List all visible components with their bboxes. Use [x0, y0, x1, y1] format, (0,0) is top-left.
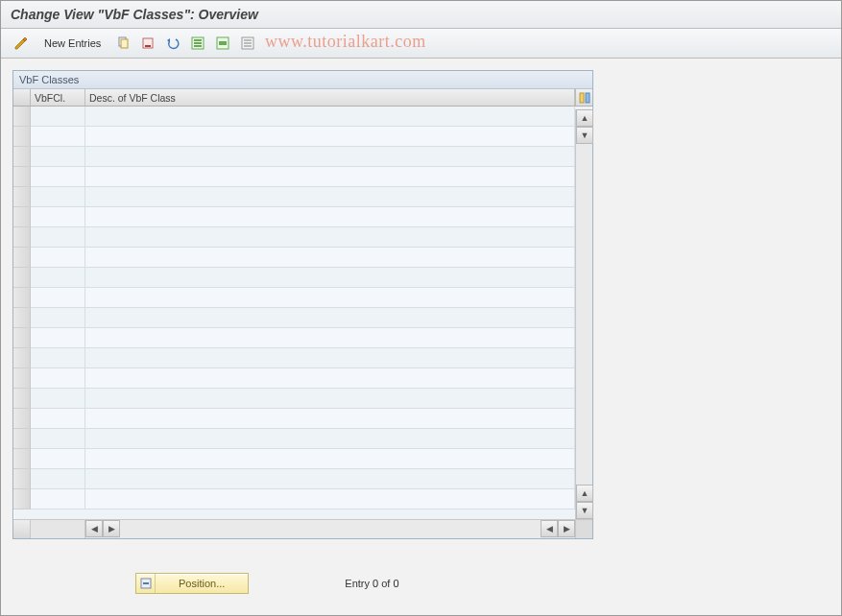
hscroll-corner-right: [575, 520, 592, 538]
scroll-right-inner-button[interactable]: ▶: [103, 520, 120, 537]
cell-vbfcl[interactable]: [31, 328, 85, 348]
cell-vbfcl[interactable]: [31, 368, 85, 389]
cell-desc[interactable]: [85, 187, 575, 207]
cell-vbfcl[interactable]: [31, 429, 85, 449]
scroll-left-button[interactable]: ◀: [85, 520, 103, 537]
table-row: [13, 227, 592, 248]
cell-vbfcl[interactable]: [31, 489, 85, 509]
vscroll-track[interactable]: [576, 144, 592, 485]
cell-vbfcl[interactable]: [31, 167, 85, 187]
cell-desc[interactable]: [85, 207, 575, 227]
scroll-down-button[interactable]: ▼: [576, 502, 593, 519]
cell-desc[interactable]: [85, 127, 575, 147]
row-selector[interactable]: [13, 308, 31, 328]
cell-desc[interactable]: [85, 328, 575, 348]
cell-desc[interactable]: [85, 409, 575, 429]
copy-as-button[interactable]: [111, 33, 134, 54]
row-selector[interactable]: [13, 167, 31, 187]
cell-vbfcl[interactable]: [31, 449, 85, 469]
cell-desc[interactable]: [85, 268, 575, 288]
select-block-button[interactable]: [211, 33, 234, 54]
svg-rect-5: [194, 39, 202, 41]
table-row: [13, 268, 592, 288]
cell-desc[interactable]: [85, 248, 575, 268]
cell-desc[interactable]: [85, 449, 575, 469]
row-selector[interactable]: [13, 207, 31, 227]
row-selector[interactable]: [13, 449, 31, 469]
toggle-display-change-button[interactable]: [9, 33, 34, 54]
row-selector[interactable]: [13, 429, 31, 449]
table-row: [13, 107, 592, 127]
cell-desc[interactable]: [85, 348, 575, 368]
cell-desc[interactable]: [85, 368, 575, 389]
cell-desc[interactable]: [85, 429, 575, 449]
scroll-up-button[interactable]: ▲: [576, 109, 593, 127]
cell-vbfcl[interactable]: [31, 409, 85, 429]
cell-desc[interactable]: [85, 288, 575, 308]
cell-desc[interactable]: [85, 227, 575, 248]
delete-button[interactable]: [136, 33, 159, 54]
scroll-right-button[interactable]: ▶: [558, 520, 575, 537]
application-toolbar: New Entries: [1, 29, 841, 59]
cell-vbfcl[interactable]: [31, 389, 85, 409]
cell-vbfcl[interactable]: [31, 308, 85, 328]
row-selector[interactable]: [13, 389, 31, 409]
row-selector[interactable]: [13, 348, 31, 368]
row-selector[interactable]: [13, 328, 31, 348]
cell-desc[interactable]: [85, 469, 575, 489]
svg-rect-1: [121, 39, 128, 48]
configure-columns-button[interactable]: [575, 89, 592, 106]
row-selector[interactable]: [13, 127, 31, 147]
row-selector-header[interactable]: [13, 89, 31, 106]
cell-desc[interactable]: [85, 107, 575, 127]
scroll-up-inner-button[interactable]: ▲: [576, 485, 593, 502]
cell-vbfcl[interactable]: [31, 147, 85, 167]
hscroll-corner-left: [13, 520, 31, 538]
hscroll-track[interactable]: [120, 520, 541, 538]
vertical-scrollbar: ▲ ▼ ▲ ▼: [575, 109, 592, 519]
position-button[interactable]: Position...: [135, 573, 249, 594]
scroll-down-inner-button[interactable]: ▼: [576, 127, 593, 144]
row-selector[interactable]: [13, 409, 31, 429]
svg-rect-9: [219, 41, 227, 45]
page-title: Change View "VbF Classes": Overview: [11, 7, 258, 22]
column-header-vbfcl[interactable]: VbFCl.: [31, 89, 85, 106]
table-row: [13, 248, 592, 268]
cell-vbfcl[interactable]: [31, 268, 85, 288]
undo-change-button[interactable]: [161, 33, 184, 54]
cell-desc[interactable]: [85, 389, 575, 409]
cell-desc[interactable]: [85, 147, 575, 167]
table-row: [13, 449, 592, 469]
horizontal-scrollbar: ◀ ▶ ◀ ▶: [13, 519, 592, 538]
row-selector[interactable]: [13, 147, 31, 167]
cell-vbfcl[interactable]: [31, 469, 85, 489]
row-selector[interactable]: [13, 368, 31, 389]
cell-vbfcl[interactable]: [31, 207, 85, 227]
cell-vbfcl[interactable]: [31, 107, 85, 127]
table-row: [13, 328, 592, 348]
cell-vbfcl[interactable]: [31, 348, 85, 368]
row-selector[interactable]: [13, 489, 31, 509]
cell-desc[interactable]: [85, 167, 575, 187]
cell-vbfcl[interactable]: [31, 187, 85, 207]
row-selector[interactable]: [13, 187, 31, 207]
cell-desc[interactable]: [85, 308, 575, 328]
row-selector[interactable]: [13, 469, 31, 489]
row-selector[interactable]: [13, 288, 31, 308]
row-selector[interactable]: [13, 227, 31, 248]
scroll-left-inner-button[interactable]: ◀: [541, 520, 558, 537]
table-row: [13, 368, 592, 389]
cell-vbfcl[interactable]: [31, 127, 85, 147]
cell-vbfcl[interactable]: [31, 227, 85, 248]
svg-rect-13: [244, 45, 252, 47]
row-selector[interactable]: [13, 248, 31, 268]
select-all-button[interactable]: [186, 33, 209, 54]
cell-desc[interactable]: [85, 489, 575, 509]
row-selector[interactable]: [13, 107, 31, 127]
new-entries-button[interactable]: New Entries: [36, 33, 109, 54]
cell-vbfcl[interactable]: [31, 288, 85, 308]
column-header-desc[interactable]: Desc. of VbF Class: [85, 89, 575, 106]
row-selector[interactable]: [13, 268, 31, 288]
cell-vbfcl[interactable]: [31, 248, 85, 268]
deselect-all-button[interactable]: [236, 33, 259, 54]
